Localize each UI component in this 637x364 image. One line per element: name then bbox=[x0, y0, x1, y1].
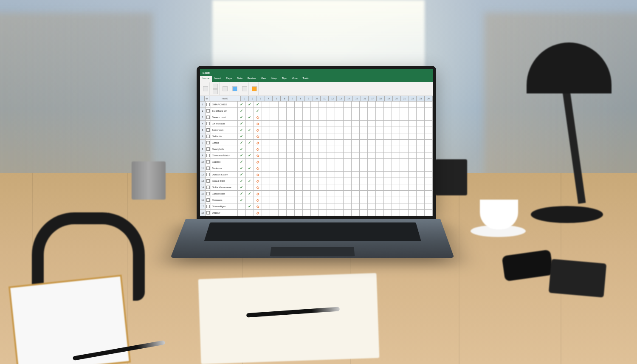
cell[interactable] bbox=[335, 114, 343, 120]
cell[interactable] bbox=[425, 102, 433, 107]
cell[interactable] bbox=[319, 152, 327, 158]
cell[interactable]: ◇ bbox=[254, 121, 262, 127]
cell[interactable] bbox=[392, 114, 400, 120]
cell[interactable] bbox=[246, 108, 254, 114]
cell[interactable] bbox=[384, 210, 392, 216]
cell[interactable] bbox=[360, 102, 368, 107]
cell[interactable] bbox=[303, 172, 311, 178]
cell[interactable]: ◇ bbox=[254, 114, 262, 120]
cell[interactable] bbox=[352, 121, 360, 127]
cell[interactable] bbox=[417, 133, 425, 139]
cell[interactable] bbox=[311, 210, 319, 216]
cell[interactable] bbox=[287, 197, 295, 203]
cell[interactable] bbox=[335, 108, 343, 114]
cell[interactable] bbox=[279, 133, 287, 139]
cell[interactable] bbox=[344, 178, 352, 184]
row-label[interactable]: Ch Ivocouu bbox=[211, 121, 238, 127]
cell[interactable] bbox=[376, 191, 384, 197]
cell[interactable]: ✓ bbox=[246, 203, 254, 209]
cell[interactable] bbox=[409, 133, 417, 139]
format-icon[interactable] bbox=[242, 86, 247, 91]
cell[interactable] bbox=[327, 159, 335, 165]
column-header[interactable]: ID bbox=[205, 96, 209, 101]
row-number[interactable]: 9 bbox=[200, 152, 206, 158]
row-checkbox[interactable] bbox=[206, 146, 211, 152]
cell[interactable] bbox=[262, 184, 270, 190]
cell[interactable] bbox=[360, 203, 368, 209]
cell[interactable] bbox=[262, 197, 270, 203]
cell[interactable]: ✓ bbox=[238, 159, 246, 165]
cell[interactable]: ✓ bbox=[246, 178, 254, 184]
cell[interactable] bbox=[295, 172, 303, 178]
ribbon-tab[interactable]: Tips bbox=[279, 76, 289, 82]
sheet-body[interactable]: 1GMARCNISS✓✓✓2SOSISES 00✓✓3Dareco tv nt✓… bbox=[200, 102, 433, 216]
row-checkbox[interactable] bbox=[206, 165, 211, 171]
cell[interactable] bbox=[262, 152, 270, 158]
number-icon[interactable] bbox=[232, 86, 237, 91]
cell[interactable] bbox=[270, 172, 278, 178]
cell[interactable] bbox=[262, 172, 270, 178]
cell[interactable] bbox=[392, 140, 400, 146]
cell[interactable] bbox=[262, 127, 270, 133]
cell[interactable] bbox=[238, 210, 246, 216]
cell[interactable]: ✓ bbox=[254, 108, 262, 114]
cell[interactable] bbox=[287, 133, 295, 139]
cell[interactable] bbox=[344, 159, 352, 165]
cell[interactable] bbox=[417, 146, 425, 152]
cell[interactable] bbox=[295, 152, 303, 158]
cell[interactable] bbox=[400, 172, 408, 178]
cell[interactable]: ◇ bbox=[254, 165, 262, 171]
cell[interactable] bbox=[376, 210, 384, 216]
cell[interactable] bbox=[335, 102, 343, 107]
cell[interactable]: ◇ bbox=[254, 197, 262, 203]
cell[interactable] bbox=[287, 146, 295, 152]
cell[interactable] bbox=[392, 203, 400, 209]
row-label[interactable]: Cared bbox=[211, 140, 238, 146]
cell[interactable] bbox=[344, 102, 352, 107]
cell[interactable] bbox=[246, 184, 254, 190]
cell[interactable] bbox=[344, 133, 352, 139]
cell[interactable] bbox=[335, 172, 343, 178]
cell[interactable] bbox=[287, 159, 295, 165]
cell[interactable] bbox=[344, 108, 352, 114]
cell[interactable] bbox=[270, 108, 278, 114]
cell[interactable]: ✓ bbox=[238, 102, 246, 107]
cell[interactable] bbox=[409, 127, 417, 133]
cell[interactable] bbox=[409, 191, 417, 197]
cell[interactable] bbox=[417, 210, 425, 216]
cell[interactable] bbox=[287, 178, 295, 184]
row-checkbox[interactable] bbox=[206, 203, 211, 209]
cell[interactable] bbox=[384, 184, 392, 190]
cell[interactable] bbox=[400, 114, 408, 120]
cell[interactable] bbox=[376, 197, 384, 203]
cell[interactable] bbox=[279, 114, 287, 120]
cell[interactable] bbox=[376, 159, 384, 165]
row-number[interactable]: 15 bbox=[200, 191, 206, 197]
cell[interactable] bbox=[262, 159, 270, 165]
column-header[interactable]: 9 bbox=[305, 96, 313, 101]
cell[interactable]: ◇ bbox=[254, 172, 262, 178]
column-header[interactable]: 20 bbox=[393, 96, 401, 101]
cell[interactable]: ✓ bbox=[238, 152, 246, 158]
cell[interactable] bbox=[400, 184, 408, 190]
cell[interactable] bbox=[279, 140, 287, 146]
cell[interactable] bbox=[392, 152, 400, 158]
cell[interactable]: ✓ bbox=[246, 102, 254, 107]
cell[interactable] bbox=[279, 159, 287, 165]
cell[interactable] bbox=[400, 197, 408, 203]
cell[interactable] bbox=[417, 197, 425, 203]
cell[interactable] bbox=[368, 121, 376, 127]
row-number[interactable]: 10 bbox=[200, 159, 206, 165]
cell[interactable] bbox=[384, 159, 392, 165]
cell[interactable] bbox=[400, 152, 408, 158]
cell[interactable] bbox=[376, 140, 384, 146]
cell[interactable] bbox=[384, 172, 392, 178]
cell[interactable] bbox=[295, 146, 303, 152]
cell[interactable] bbox=[384, 191, 392, 197]
cell[interactable] bbox=[295, 159, 303, 165]
cell[interactable]: ◇ bbox=[254, 146, 262, 152]
row-label[interactable]: OdonaAigro bbox=[211, 203, 238, 209]
cell[interactable] bbox=[368, 146, 376, 152]
cell[interactable] bbox=[376, 133, 384, 139]
cell[interactable] bbox=[352, 102, 360, 107]
